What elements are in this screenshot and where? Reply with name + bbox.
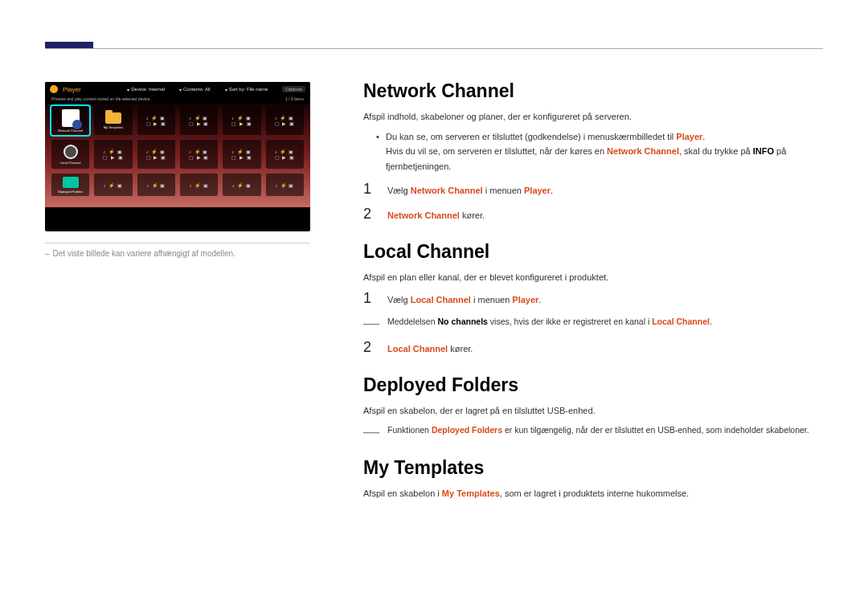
section-local-channel: Local Channel Afspil en plan eller kanal… [363, 241, 829, 357]
dash-icon: ― [363, 423, 375, 439]
accent-player: Player [676, 132, 702, 141]
local-desc: Afspil en plan eller kanal, der er bleve… [363, 271, 829, 285]
tile-label: My Templates [104, 125, 124, 129]
network-steps: 1 Vælg Network Channel i menuen Player. … [363, 181, 829, 223]
step-number: 2 [363, 206, 375, 223]
tile-generic[interactable]: ♪ ⚡ ▣▢ ▶ ▣ [137, 140, 175, 169]
tile-my-templates[interactable]: My Templates [94, 106, 132, 135]
section-network-channel: Network Channel Afspil indhold, skabelon… [363, 80, 829, 223]
device-dropdown[interactable]: ▾ Device: Internal [127, 86, 165, 92]
media-icons: ♪ ⚡ ▣ [146, 182, 166, 188]
media-icons: ♪ ⚡ ▣▢ ▶ ▣ [275, 149, 295, 160]
media-icons: ♪ ⚡ ▣▢ ▶ ▣ [231, 115, 252, 126]
step-text: Vælg Network Channel i menuen Player. [387, 181, 553, 198]
text: , skal du trykke på [679, 146, 753, 156]
sort-dropdown[interactable]: ▾ Sort by: File name [225, 86, 268, 92]
ss-subheader: Preview and play content stored on the s… [45, 95, 310, 104]
local-step-2: 2 Local Channel kører. [363, 339, 829, 357]
ss-header-bar: Player ▾ Device: Internal ▾ Contents: Al… [45, 82, 310, 95]
tile-generic[interactable]: ♪ ⚡ ▣▢ ▶ ▣ [137, 106, 175, 135]
accent: Local Channel [652, 317, 710, 326]
text: Meddelelsen [387, 317, 437, 326]
media-icons: ♪ ⚡ ▣▢ ▶ ▣ [146, 149, 166, 160]
text: er kun tilgængelig, når der er tilslutte… [502, 425, 809, 435]
options-button[interactable]: Options [282, 86, 305, 92]
player-screenshot: Player ▾ Device: Internal ▾ Contents: Al… [45, 82, 310, 231]
ss-dropdown-group: ▾ Device: Internal ▾ Contents: All ▾ Sor… [127, 86, 305, 92]
text: Afspil en skabelon i [363, 488, 442, 498]
tile-generic[interactable]: ♪ ⚡ ▣ [180, 174, 218, 196]
ss-item-count: 1 / 3 items [285, 96, 304, 101]
network-icon [62, 109, 80, 127]
tile-generic[interactable]: ♪ ⚡ ▣▢ ▶ ▣ [266, 106, 304, 135]
local-step-1: 1 Vælg Local Channel i menuen Player. [363, 290, 829, 308]
text: . [710, 317, 712, 326]
tile-generic[interactable]: ♪ ⚡ ▣ [266, 174, 304, 196]
bold: No channels [437, 317, 487, 326]
caption-divider [45, 243, 310, 243]
step-text: Vælg Local Channel i menuen Player. [387, 290, 541, 308]
player-logo-icon [50, 85, 58, 93]
dash-icon: ― [363, 315, 375, 331]
screenshot-caption: –Det viste billede kan variere afhængigt… [45, 249, 310, 258]
accent: Local Channel [387, 344, 448, 353]
heading-my-templates: My Templates [363, 457, 829, 479]
tile-generic[interactable]: ♪ ⚡ ▣ [137, 174, 175, 196]
tile-generic[interactable]: ♪ ⚡ ▣▢ ▶ ▣ [223, 140, 260, 169]
text: . [702, 132, 705, 141]
step-number: 2 [363, 339, 375, 356]
media-icons: ♪ ⚡ ▣ [189, 182, 208, 188]
step-text: Network Channel kører. [387, 206, 485, 223]
local-subnote: ― Meddelelsen No channels vises, hvis de… [363, 315, 829, 331]
text: Vælg [387, 186, 411, 195]
text: Du kan se, om serveren er tilsluttet (go… [386, 132, 676, 141]
text: . [538, 295, 541, 304]
player-title: Player [63, 86, 81, 93]
device-label: Device: Internal [131, 87, 165, 92]
accent: Player [512, 295, 538, 304]
subnote-text: Funktionen Deployed Folders er kun tilgæ… [387, 423, 809, 438]
media-icons: ♪ ⚡ ▣▢ ▶ ▣ [103, 149, 123, 160]
dash-icon: – [45, 249, 50, 258]
tile-generic[interactable]: ♪ ⚡ ▣▢ ▶ ▣ [180, 140, 218, 169]
network-bullets: Du kan se, om serveren er tilsluttet (go… [363, 129, 829, 174]
network-desc: Afspil indhold, skabeloner og planer, de… [363, 110, 829, 125]
text: Funktionen [387, 425, 432, 435]
accent: Network Channel [411, 186, 483, 195]
network-bullet-1: Du kan se, om serveren er tilsluttet (go… [363, 129, 829, 174]
ss-body: Network Channel My Templates ♪ ⚡ ▣▢ ▶ ▣ … [45, 104, 310, 207]
folder-icon [105, 112, 121, 124]
heading-deployed-folders: Deployed Folders [363, 374, 829, 396]
section-deployed-folders: Deployed Folders Afspil en skabelon, der… [363, 374, 829, 439]
header-divider [45, 48, 823, 49]
tile-generic[interactable]: ♪ ⚡ ▣▢ ▶ ▣ [94, 140, 132, 169]
media-icons: ♪ ⚡ ▣ [104, 182, 123, 188]
tile-generic[interactable]: ♪ ⚡ ▣▢ ▶ ▣ [266, 140, 304, 169]
accent: Local Channel [411, 295, 471, 304]
accent: My Templates [442, 488, 500, 498]
section-my-templates: My Templates Afspil en skabelon i My Tem… [363, 457, 829, 501]
tile-generic[interactable]: ♪ ⚡ ▣▢ ▶ ▣ [180, 106, 218, 135]
tile-label: Local Channel [60, 161, 81, 165]
tile-network-channel[interactable]: Network Channel [51, 106, 89, 135]
text: vises, hvis der ikke er registreret en k… [488, 317, 652, 326]
tile-deployed-folders[interactable]: Deployed Folders [51, 174, 89, 196]
clock-icon [63, 145, 78, 159]
accent: Player [524, 186, 551, 195]
tile-label: Deployed Folders [58, 190, 83, 194]
tile-generic[interactable]: ♪ ⚡ ▣ [223, 174, 260, 196]
text: , som er lagret i produktets interne huk… [500, 488, 689, 498]
tile-local-channel[interactable]: Local Channel [51, 140, 89, 169]
tile-generic[interactable]: ♪ ⚡ ▣ [94, 174, 132, 196]
contents-dropdown[interactable]: ▾ Contents: All [179, 86, 211, 92]
text: . [551, 186, 553, 195]
text: Hvis du vil se, om serveren er tilslutte… [386, 146, 607, 156]
media-icons: ♪ ⚡ ▣▢ ▶ ▣ [146, 115, 166, 126]
text: Vælg [387, 295, 411, 304]
deployed-subnote: ― Funktionen Deployed Folders er kun til… [363, 423, 829, 439]
tile-generic[interactable]: ♪ ⚡ ▣▢ ▶ ▣ [223, 106, 260, 135]
text: i menuen [471, 295, 512, 304]
contents-label: Contents: All [183, 87, 211, 92]
subnote-text: Meddelelsen No channels vises, hvis der … [387, 315, 712, 329]
step-text: Local Channel kører. [387, 339, 473, 357]
